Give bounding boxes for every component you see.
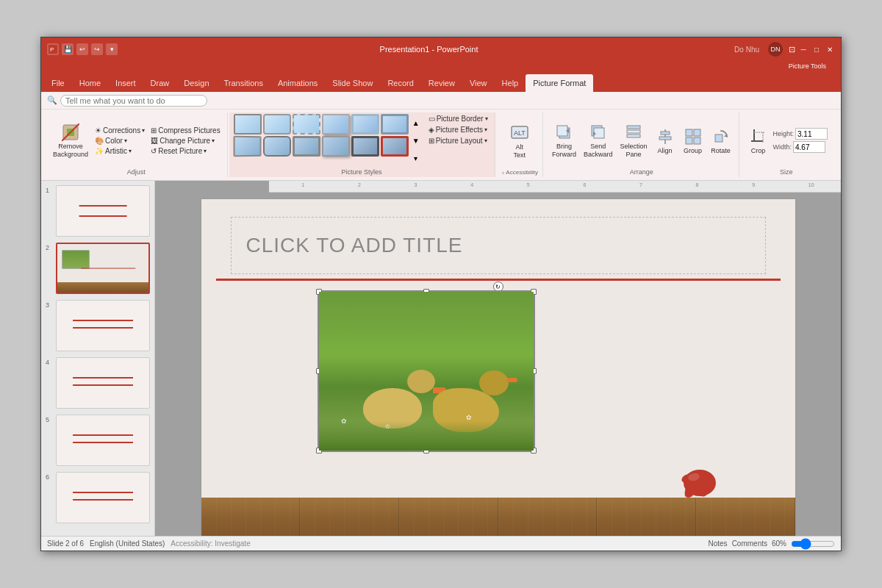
style-thumb-8[interactable] <box>263 136 291 157</box>
style-thumb-3[interactable] <box>293 114 320 135</box>
tab-slideshow[interactable]: Slide Show <box>325 74 380 92</box>
height-input[interactable] <box>795 128 828 140</box>
picture-layout-label: Picture Layout <box>436 137 483 145</box>
tab-review[interactable]: Review <box>421 74 462 92</box>
remove-background-button[interactable]: RemoveBackground <box>50 121 91 160</box>
compress-icon: ⊞ <box>151 126 157 135</box>
slide-preview-4[interactable] <box>56 357 150 409</box>
corrections-button[interactable]: ☀ Corrections ▾ <box>93 126 147 135</box>
reset-arrow: ▾ <box>204 148 207 154</box>
tab-record[interactable]: Record <box>380 74 420 92</box>
adjust-group: RemoveBackground ☀ Corrections ▾ 🎨 Color… <box>46 112 228 177</box>
tab-file[interactable]: File <box>44 74 72 92</box>
send-backward-button[interactable]: SendBackward <box>581 121 616 160</box>
picture-effects-button[interactable]: ◈ Picture Effects ▾ <box>426 125 490 135</box>
customize-icon[interactable]: ▾ <box>106 43 118 55</box>
ribbon-content: RemoveBackground ☀ Corrections ▾ 🎨 Color… <box>41 110 841 181</box>
tab-draw[interactable]: Draw <box>143 74 177 92</box>
style-scroll-up[interactable]: ▲ <box>410 114 422 132</box>
duck-image: ✿ ✿ ✿ <box>319 292 534 451</box>
close-button[interactable]: ✕ <box>825 44 835 54</box>
corrections-label: Corrections <box>103 126 140 135</box>
compress-label: Compress Pictures <box>158 126 220 135</box>
selection-pane-button[interactable]: SelectionPane <box>617 121 650 160</box>
undo-icon[interactable]: ↩ <box>76 43 88 55</box>
svg-rect-12 <box>627 130 640 133</box>
style-thumb-2[interactable] <box>263 114 291 135</box>
style-thumb-12[interactable] <box>381 136 409 157</box>
slide-thumb-1[interactable]: 1 <box>44 184 151 238</box>
maximize-button[interactable]: □ <box>811 44 822 54</box>
accessibility-expand[interactable]: ⬦ Accessibility <box>501 169 538 176</box>
slide-thumb-6[interactable]: 6 <box>44 470 151 525</box>
style-thumb-10[interactable] <box>322 136 350 157</box>
redo-icon[interactable]: ↪ <box>91 43 103 55</box>
style-thumb-1[interactable] <box>234 114 262 135</box>
tab-design[interactable]: Design <box>176 74 216 92</box>
window-title: Presentation1 - PowerPoint <box>123 45 734 54</box>
save-icon[interactable]: 💾 <box>62 43 74 55</box>
styles-row-2 <box>234 136 409 157</box>
style-thumb-7[interactable] <box>233 136 261 157</box>
style-thumb-11[interactable] <box>351 136 379 157</box>
change-picture-button[interactable]: 🖼 Change Picture ▾ <box>148 136 222 146</box>
slide-preview-3[interactable] <box>56 300 150 351</box>
slide-canvas[interactable]: CLICK TO ADD TITLE ↻ <box>201 198 796 536</box>
reset-label: Reset Picture <box>158 147 202 155</box>
compress-pictures-button[interactable]: ⊞ Compress Pictures <box>148 126 222 135</box>
style-scroll-down[interactable]: ▼ <box>410 132 422 149</box>
svg-rect-16 <box>659 137 671 140</box>
duck-image-container[interactable]: ✿ ✿ ✿ <box>318 290 535 452</box>
slide-thumb-5[interactable]: 5 <box>44 413 151 467</box>
align-label: Align <box>657 147 672 155</box>
style-thumb-6[interactable] <box>381 114 409 135</box>
tell-me-input[interactable] <box>60 95 207 107</box>
plank-4 <box>498 498 598 536</box>
artistic-arrow: ▾ <box>129 148 132 154</box>
minimize-button[interactable]: ─ <box>798 44 808 54</box>
user-avatar[interactable]: DN <box>768 42 783 57</box>
artistic-effects-button[interactable]: ✨ Artistic ▾ <box>93 146 147 156</box>
zoom-slider[interactable] <box>791 539 835 548</box>
style-thumb-5[interactable] <box>351 114 379 135</box>
color-button[interactable]: 🎨 Color ▾ <box>93 136 147 146</box>
artistic-icon: ✨ <box>95 147 104 155</box>
slide-thumb-3[interactable]: 3 <box>44 298 151 353</box>
slide-thumb-2[interactable]: 2 <box>44 241 151 295</box>
tab-transitions[interactable]: Transitions <box>217 74 270 92</box>
notes-button[interactable]: Notes <box>709 539 728 548</box>
slide-preview-1[interactable] <box>56 185 150 237</box>
floor-image <box>201 498 795 536</box>
tab-picture-format[interactable]: Picture Format <box>526 74 593 92</box>
picture-border-button[interactable]: ▭ Picture Border ▾ <box>426 114 490 123</box>
tab-animations[interactable]: Animations <box>270 74 325 92</box>
width-input[interactable] <box>793 141 825 153</box>
pic-border-arrow: ▾ <box>485 115 488 122</box>
alt-text-button[interactable]: ALT AltText <box>506 121 533 161</box>
tab-home[interactable]: Home <box>72 74 108 92</box>
style-thumb-9[interactable] <box>293 136 320 157</box>
style-more[interactable]: ▾ <box>410 149 422 167</box>
tab-insert[interactable]: Insert <box>108 74 143 92</box>
slide-info: Slide 2 of 6 <box>47 539 84 548</box>
slide-preview-6[interactable] <box>56 472 150 523</box>
tab-help[interactable]: Help <box>495 74 526 92</box>
slide-preview-2[interactable] <box>56 243 150 294</box>
title-placeholder[interactable]: CLICK TO ADD TITLE <box>231 217 766 274</box>
style-thumb-4[interactable] <box>322 114 350 135</box>
ribbon-display-icon[interactable]: ⊡ <box>789 45 795 54</box>
tab-view[interactable]: View <box>462 74 495 92</box>
alt-text-label: AltText <box>513 143 526 159</box>
slide-preview-5[interactable] <box>56 415 150 466</box>
size-inputs: Height: Width: <box>773 128 828 153</box>
accessibility-status[interactable]: Accessibility: Investigate <box>171 539 250 548</box>
rotate-button[interactable]: Rotate <box>708 125 734 157</box>
bring-forward-button[interactable]: BringForward <box>549 121 579 160</box>
slide-thumb-4[interactable]: 4 <box>44 356 151 410</box>
comments-button[interactable]: Comments <box>732 539 767 548</box>
reset-picture-button[interactable]: ↺ Reset Picture ▾ <box>148 146 222 156</box>
picture-layout-button[interactable]: ⊞ Picture Layout ▾ <box>426 136 490 146</box>
align-button[interactable]: Align <box>652 125 678 157</box>
group-button[interactable]: Group <box>680 125 706 157</box>
crop-button[interactable]: Crop <box>745 125 772 157</box>
